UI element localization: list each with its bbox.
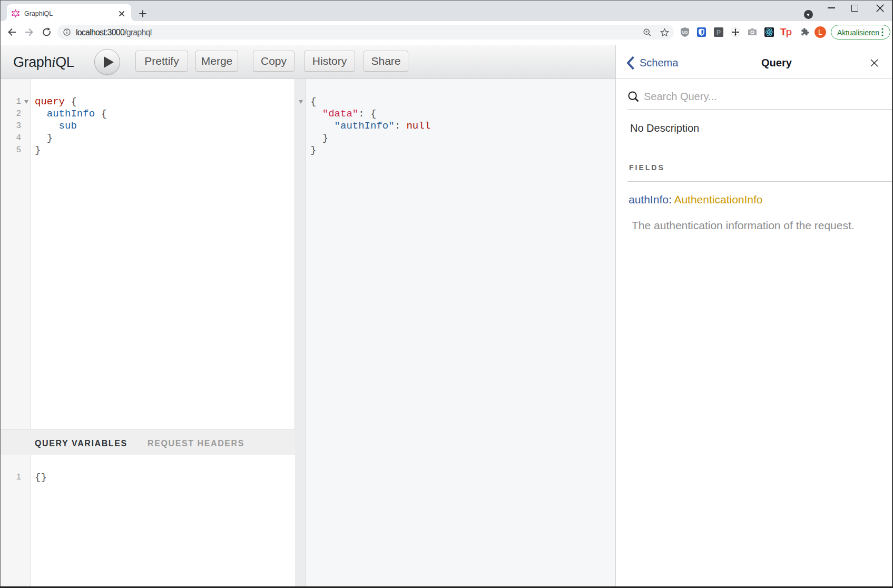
svg-text:UO: UO: [682, 31, 688, 34]
svg-text:P: P: [717, 29, 721, 36]
